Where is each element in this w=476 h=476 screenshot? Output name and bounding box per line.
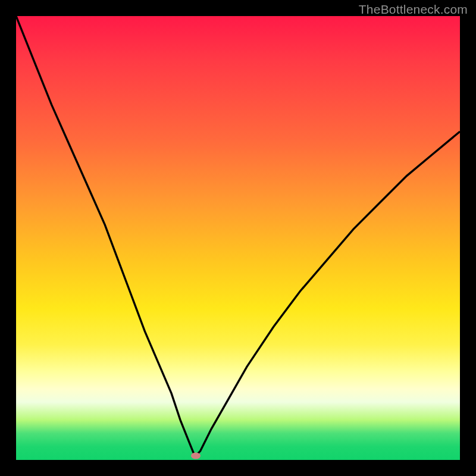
chart-frame: TheBottleneck.com	[0, 0, 476, 476]
optimal-point-marker	[191, 453, 201, 459]
plot-area	[16, 16, 460, 460]
curve-svg	[16, 16, 460, 460]
watermark-text: TheBottleneck.com	[359, 2, 468, 17]
bottleneck-curve	[16, 16, 460, 456]
